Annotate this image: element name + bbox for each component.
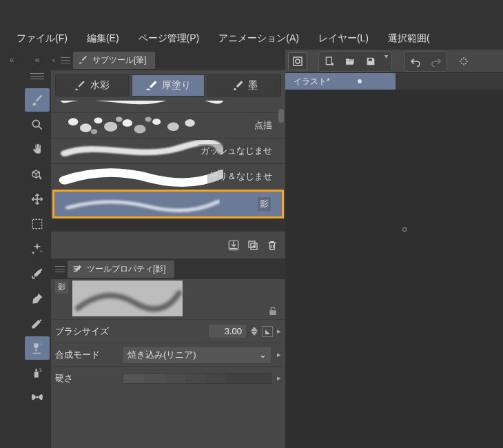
unsaved-dot-icon — [358, 79, 362, 83]
chevron-right-icon[interactable]: ▸ — [277, 374, 281, 383]
eyedropper-icon — [30, 267, 44, 281]
spray-icon — [30, 366, 44, 380]
brush-size-spinner[interactable] — [251, 327, 258, 336]
spray-tool[interactable] — [25, 361, 50, 385]
brush-list-scrollbar[interactable] — [278, 101, 284, 218]
brush-label: 点描 — [252, 119, 274, 132]
tool-property-tab[interactable]: ツールプロパティ[影] — [68, 261, 174, 278]
document-tab[interactable]: イラスト* — [285, 73, 396, 90]
file-ops-group: ▾ — [318, 51, 392, 72]
subtool-tab-thick[interactable]: 厚塗り — [132, 74, 205, 96]
menu-bar: ファイル(F) 編集(E) ページ管理(P) アニメーション(A) レイヤー(L… — [0, 28, 503, 50]
brush-row-pointillism[interactable]: 点描 — [51, 113, 285, 139]
chevron-right-icon[interactable]: ▸ — [277, 350, 281, 359]
brush-row-shadow[interactable]: 影 — [52, 190, 284, 218]
brush-row-overflow[interactable] — [51, 101, 285, 113]
new-doc-icon — [324, 56, 335, 67]
brush-stroke-preview — [72, 281, 183, 316]
brush-tool[interactable] — [25, 88, 50, 112]
menu-animation[interactable]: アニメーション(A) — [209, 28, 309, 49]
duplicate-brush-button[interactable] — [247, 239, 259, 252]
prop-brush-size: ブラシサイズ 3.00 ◣ ▸ — [51, 319, 285, 343]
download-brush-button[interactable] — [227, 239, 240, 252]
decoration-tool[interactable] — [25, 386, 50, 409]
subtool-panel-header: ‹ サブツール[筆] — [51, 50, 285, 70]
brush-list: 点描 ガッシュなじませ 塗り＆なじませ 影 — [51, 101, 285, 218]
clip-button[interactable] — [288, 52, 307, 70]
hardness-slider[interactable] — [123, 373, 271, 384]
subtool-tab-label: 厚塗り — [162, 79, 191, 92]
undo-redo-group — [404, 51, 447, 72]
duplicate-icon — [247, 239, 259, 252]
extras-button[interactable] — [454, 52, 473, 70]
chevron-down-icon[interactable]: ▾ — [382, 52, 391, 70]
wand-tool[interactable] — [25, 237, 50, 261]
brush-row-gouache[interactable]: ガッシュなじませ — [51, 139, 285, 164]
canvas-column: ▾ イラスト* — [285, 50, 503, 448]
move-tool[interactable] — [25, 187, 50, 211]
collapse-tools-icon[interactable]: « — [35, 52, 40, 68]
marquee-icon — [30, 217, 44, 231]
magnifier-icon — [30, 118, 44, 132]
redo-button[interactable] — [427, 52, 446, 70]
svg-point-13 — [152, 119, 161, 125]
marquee-tool[interactable] — [25, 212, 50, 236]
panel-grip-icon[interactable] — [52, 266, 65, 272]
svg-point-9 — [94, 117, 102, 123]
save-button[interactable] — [361, 52, 380, 70]
airbrush-tool[interactable] — [25, 336, 50, 360]
svg-point-4 — [39, 368, 41, 369]
svg-rect-3 — [36, 369, 38, 371]
brush-size-input[interactable]: 3.00 — [208, 324, 247, 338]
document-tab-bar: イラスト* — [285, 73, 503, 90]
menu-page[interactable]: ページ管理(P) — [129, 28, 209, 49]
folder-open-icon — [345, 56, 356, 67]
clip-icon — [291, 55, 304, 68]
menu-selection[interactable]: 選択範囲( — [378, 28, 440, 49]
menu-file[interactable]: ファイル(F) — [7, 28, 77, 49]
undo-button[interactable] — [406, 52, 425, 70]
hand-icon — [30, 143, 44, 156]
blend-mode-dropdown[interactable]: 焼き込み(リニア) ⌄ — [123, 346, 271, 364]
preview-label: 影 — [55, 281, 68, 294]
pen-tool[interactable] — [25, 287, 50, 310]
hand-tool[interactable] — [25, 138, 50, 161]
eyedropper-tool[interactable] — [25, 262, 50, 285]
menu-layer[interactable]: レイヤー(L) — [309, 28, 378, 49]
collapse-left-icon[interactable]: « — [10, 52, 14, 68]
blend-mode-value: 焼き込み(リニア) — [127, 349, 196, 361]
subtool-tab-watercolor[interactable]: 水彩 — [55, 74, 129, 96]
tool-property-panel: 影 ブラシサイズ 3.00 ◣ ▸ 合成モード — [51, 279, 285, 448]
brush-row-paintblend[interactable]: 塗り＆なじませ — [51, 164, 285, 190]
pencil-tool[interactable] — [25, 312, 50, 335]
brush-label: 影 — [258, 197, 271, 211]
object-tool[interactable] — [25, 163, 50, 186]
sparkle-burst-icon — [458, 55, 470, 68]
svg-point-5 — [41, 370, 42, 371]
subtool-tab-ink[interactable]: 墨 — [207, 74, 281, 96]
collapse-panel-chevron-icon[interactable]: ‹ — [52, 52, 55, 68]
menu-edit[interactable]: 編集(E) — [77, 28, 129, 49]
svg-point-10 — [104, 122, 117, 132]
open-button[interactable] — [340, 52, 360, 70]
tool-property-header: ツールプロパティ[影] — [51, 258, 285, 279]
svg-rect-22 — [326, 57, 331, 65]
lock-icon[interactable] — [267, 305, 278, 316]
svg-point-6 — [39, 371, 41, 373]
svg-point-17 — [116, 117, 123, 122]
canvas[interactable] — [285, 90, 503, 448]
cube-cursor-icon — [30, 167, 44, 181]
brush-actions-bar — [51, 231, 285, 258]
ink-brush-icon — [232, 79, 244, 92]
svg-point-16 — [91, 129, 98, 134]
subtool-panel-tab[interactable]: サブツール[筆] — [73, 52, 155, 69]
panel-menu-icon[interactable] — [30, 69, 44, 83]
new-doc-button[interactable] — [320, 52, 339, 70]
subtool-category-tabs: 水彩 厚塗り 墨 — [51, 70, 285, 101]
chevron-right-icon[interactable]: ▸ — [277, 327, 281, 336]
panel-grip-icon[interactable] — [58, 57, 70, 63]
sparkle-icon — [30, 242, 44, 256]
delete-brush-button[interactable] — [266, 239, 278, 252]
zoom-tool[interactable] — [25, 113, 50, 136]
brush-size-dynamics-button[interactable]: ◣ — [262, 326, 273, 337]
